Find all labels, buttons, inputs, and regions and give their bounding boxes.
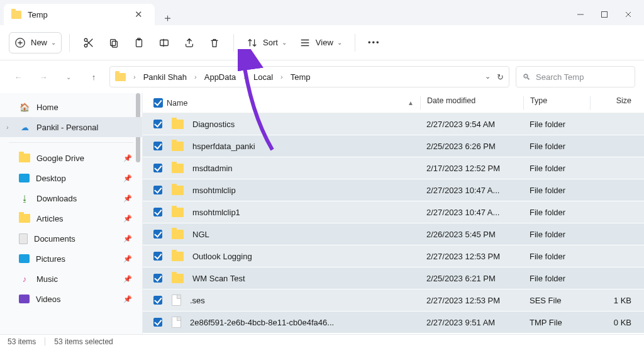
crumb-3[interactable]: Temp xyxy=(288,71,313,83)
svg-rect-6 xyxy=(136,39,142,47)
share-icon xyxy=(184,37,195,48)
svg-rect-5 xyxy=(112,41,117,47)
address-bar[interactable]: › Pankil Shah › AppData › Local › Temp ⌄… xyxy=(109,66,509,87)
file-row[interactable]: Diagnostics2/27/2023 9:54 AMFile folder xyxy=(143,113,644,135)
sidebar-item-articles[interactable]: Articles📌 xyxy=(0,208,142,228)
sidebar-item-videos[interactable]: Videos📌 xyxy=(0,289,142,309)
copy-button[interactable] xyxy=(103,31,125,54)
delete-button[interactable] xyxy=(203,31,226,54)
row-checkbox[interactable] xyxy=(153,296,162,305)
file-name: msdtadmin xyxy=(192,164,233,173)
file-date: 2/27/2023 9:54 AM xyxy=(426,120,495,129)
file-row[interactable]: msdtadmin2/17/2023 12:52 PMFile folder xyxy=(143,157,644,179)
maximize-button[interactable] xyxy=(600,10,609,19)
folder-icon xyxy=(172,252,184,261)
share-button[interactable] xyxy=(178,31,201,54)
view-button[interactable]: View ⌄ xyxy=(294,31,347,54)
col-size[interactable]: Size xyxy=(616,96,631,105)
search-icon: 🔍︎ xyxy=(523,72,531,82)
sidebar-item-documents[interactable]: Documents📌 xyxy=(0,228,142,249)
file-row[interactable]: Outlook Logging2/27/2023 12:53 PMFile fo… xyxy=(143,245,644,267)
sort-button[interactable]: Sort ⌄ xyxy=(242,31,292,54)
file-date: 2/27/2023 12:53 PM xyxy=(426,252,500,261)
file-name: Diagnostics xyxy=(192,120,235,129)
row-checkbox[interactable] xyxy=(153,208,162,216)
status-bar: 53 items 53 items selected xyxy=(0,334,644,348)
row-checkbox[interactable] xyxy=(153,186,162,194)
close-tab-icon[interactable]: ✕ xyxy=(130,9,147,20)
crumb-2[interactable]: Local xyxy=(251,71,275,83)
col-type[interactable]: Type xyxy=(530,96,547,105)
new-button[interactable]: New ⌄ xyxy=(9,32,62,53)
tab-temp[interactable]: Temp ✕ xyxy=(4,4,155,25)
crumb-1[interactable]: AppData xyxy=(202,71,239,83)
row-checkbox[interactable] xyxy=(153,120,162,128)
file-type: File folder xyxy=(530,186,565,195)
file-pane: Name▲ Date modified Type Size Diagnostic… xyxy=(143,93,644,334)
refresh-button[interactable]: ↻ xyxy=(497,72,504,82)
sidebar-item-downloads[interactable]: ⭳Downloads📌 xyxy=(0,188,142,208)
search-input[interactable] xyxy=(536,72,641,82)
picture-icon xyxy=(19,254,30,263)
file-date: 2/27/2023 10:47 A... xyxy=(426,186,499,195)
trash-icon xyxy=(209,37,220,48)
row-checkbox[interactable] xyxy=(153,142,162,150)
select-all-checkbox[interactable] xyxy=(153,98,163,108)
row-checkbox[interactable] xyxy=(153,252,162,261)
file-type: SES File xyxy=(530,296,562,305)
crumb-0[interactable]: Pankil Shah xyxy=(141,71,189,83)
svg-rect-4 xyxy=(111,39,116,45)
search-box[interactable]: 🔍︎ xyxy=(516,66,635,87)
sidebar-item-personal[interactable]: › ☁ Pankil - Personal xyxy=(0,117,142,137)
minimize-button[interactable] xyxy=(576,10,585,19)
sidebar-item-home[interactable]: 🏠 Home xyxy=(0,97,142,117)
folder-icon xyxy=(172,164,184,173)
file-size: 1 KB xyxy=(614,296,631,305)
col-date[interactable]: Date modified xyxy=(427,96,475,105)
sidebar-item-music[interactable]: ♪Music📌 xyxy=(0,269,142,289)
cut-button[interactable] xyxy=(77,31,100,54)
chevron-down-icon: ⌄ xyxy=(282,39,287,46)
paste-button[interactable] xyxy=(128,31,150,54)
file-row[interactable]: NGL2/26/2023 5:45 PMFile folder xyxy=(143,223,644,245)
file-type: File folder xyxy=(530,164,565,173)
plus-circle-icon xyxy=(14,37,26,48)
up-button[interactable]: ↑ xyxy=(84,67,103,86)
file-row[interactable]: 2e86f591-2e6b-4bcb-8e11-cb0e4fa46...2/27… xyxy=(143,312,644,334)
ellipsis-icon: ••• xyxy=(368,38,380,47)
music-icon: ♪ xyxy=(19,273,30,284)
file-row[interactable]: msohtmlclip2/27/2023 10:47 A...File fold… xyxy=(143,179,644,201)
home-icon: 🏠 xyxy=(19,101,30,113)
rename-button[interactable] xyxy=(153,31,175,54)
sidebar-item-pictures[interactable]: Pictures📌 xyxy=(0,249,142,269)
add-tab-button[interactable]: ＋ xyxy=(155,11,180,25)
row-checkbox[interactable] xyxy=(153,164,162,172)
col-name[interactable]: Name xyxy=(167,99,187,108)
sort-icon xyxy=(247,37,258,48)
back-button[interactable]: ← xyxy=(9,67,28,86)
row-checkbox[interactable] xyxy=(153,318,162,327)
chevron-down-icon[interactable]: ⌄ xyxy=(485,72,491,82)
file-row[interactable]: WM Scan Test2/25/2023 6:21 PMFile folder xyxy=(143,267,644,289)
row-checkbox[interactable] xyxy=(153,274,162,283)
file-type: File folder xyxy=(530,208,565,217)
more-button[interactable]: ••• xyxy=(363,31,386,54)
svg-rect-0 xyxy=(602,12,608,18)
sidebar-item-google-drive[interactable]: Google Drive📌 xyxy=(0,148,142,168)
file-icon xyxy=(172,317,181,328)
file-row[interactable]: msohtmlclip12/27/2023 10:47 A...File fol… xyxy=(143,201,644,223)
file-row[interactable]: .ses2/27/2023 12:53 PMSES File1 KB xyxy=(143,289,644,312)
forward-button[interactable]: → xyxy=(34,67,53,86)
copy-icon xyxy=(108,37,119,48)
file-name: NGL xyxy=(192,230,209,239)
folder-icon xyxy=(19,154,30,162)
sidebar-item-desktop[interactable]: Desktop📌 xyxy=(0,168,142,188)
file-row[interactable]: hsperfdata_panki2/25/2023 6:26 PMFile fo… xyxy=(143,135,644,157)
svg-point-2 xyxy=(84,44,87,47)
row-checkbox[interactable] xyxy=(153,230,162,239)
close-button[interactable] xyxy=(624,10,633,19)
clipboard-icon xyxy=(133,37,145,48)
file-name: WM Scan Test xyxy=(192,274,245,283)
onedrive-icon: ☁ xyxy=(19,121,30,133)
recent-button[interactable]: ⌄ xyxy=(59,67,78,86)
